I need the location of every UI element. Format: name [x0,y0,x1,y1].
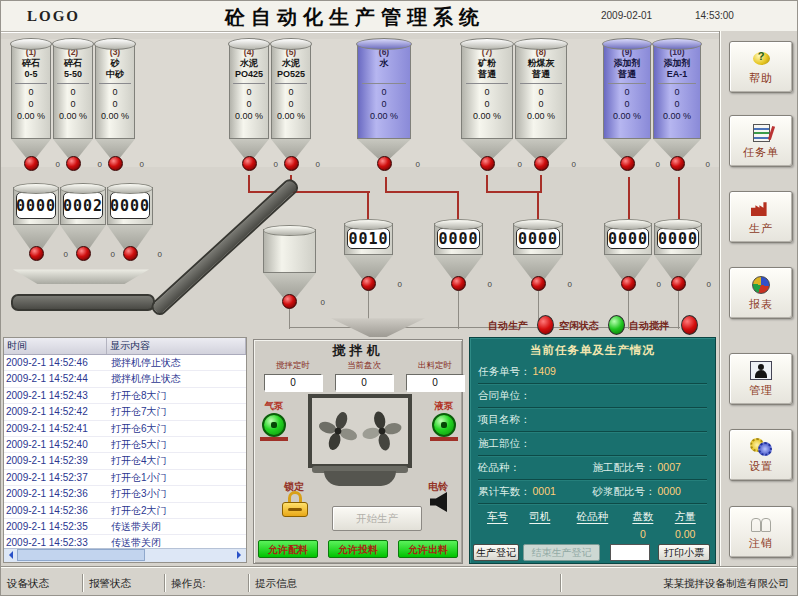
silo-value: 0.00 % [473,110,501,122]
weight-display: 0000 [437,228,480,249]
blank-input-field[interactable] [610,544,650,561]
print-ticket-button[interactable]: 打印小票 [658,544,710,561]
hopper-cap-icon [60,183,106,194]
event-log-panel: 时间 显示内容 2009-2-1 14:52:46搅拌机停止状态2009-2-1… [3,337,247,563]
weighing-pan [13,269,149,284]
field-value: 0001 [533,480,556,503]
bell-label: 电铃 [420,480,456,494]
sidebar-button-help[interactable]: 帮助 [729,41,793,93]
material-pipe [248,191,370,193]
task-table-header: 车号司机砼品种盘数方量 [478,506,707,526]
log-time: 2009-2-1 14:52:35 [4,519,107,534]
silo: (8)粉煤灰普通000.00 %0 [515,43,567,171]
hopper-cap-icon [107,183,153,194]
weight-display: 0000 [516,228,560,249]
log-content: 打开仓5大门 [107,437,246,452]
silo-cap-icon [460,38,514,50]
indicator-lamp-icon [608,315,625,335]
silo-cap-icon [270,38,312,50]
silo-value: 0 [674,98,679,110]
task-table-header-cell: 砼品种 [563,506,623,526]
valve-icon [480,156,495,171]
end-production-register-button[interactable]: 结束生产登记 [523,544,600,561]
log-header-content: 显示内容 [107,338,246,354]
log-header: 时间 显示内容 [4,338,246,355]
log-time: 2009-2-1 14:52:43 [4,388,107,403]
scroll-thumb[interactable] [17,549,145,561]
hopper-cap-icon [654,219,702,230]
field-label: 合同单位： [478,384,531,407]
task-table-cell [478,526,517,542]
silo-value: 0 [538,86,543,98]
sidebar-button-task-order[interactable]: 任务单 [729,115,793,167]
production-icon [751,201,771,216]
permit-button[interactable]: 允许出料 [398,540,458,558]
management-icon [750,361,772,380]
silo-value: 0.00 % [101,110,129,122]
silo-material-name: 粉煤灰 [528,58,555,69]
silo-material-spec: 普通 [618,69,636,80]
valve-icon [123,246,138,261]
task-field-row: 砼品种：施工配比号：0007 [478,456,707,480]
silo-material-spec: 0-5 [24,69,37,80]
valve-icon [670,156,685,171]
mixer-timer: 搅拌定时0 [264,360,322,391]
log-row: 2009-2-1 14:52:44搅拌机停止状态 [4,371,246,387]
valve-value: 0 [321,298,325,307]
silo-cap-icon [228,38,270,50]
sidebar-button-logout[interactable]: 注销 [729,506,793,558]
permit-button[interactable]: 允许配料 [258,540,318,558]
statusbar-item: 提示信息 [249,574,561,592]
silo-value: 0 [112,98,117,110]
mixing-weigh-hopper: 00100 [344,223,393,291]
valve-icon [66,156,81,171]
mixer-title: 搅拌机 [254,342,462,360]
sidebar-button-label: 帮助 [749,71,773,86]
company-name: 某某搅拌设备制造有限公司 [561,574,798,592]
silo-body: (6)水000.00 % [357,43,411,139]
silo-value: 0 [70,86,75,98]
valve-icon [282,294,297,309]
silo-cap-icon [602,38,652,50]
valve-value: 0 [158,250,162,259]
silo-material-name: 添加剂 [664,58,691,69]
weight-display: 0010 [347,228,390,249]
valve-icon [620,156,635,171]
discharge-line [289,307,290,329]
sidebar-button-settings[interactable]: 设置 [729,429,793,481]
log-hscrollbar[interactable] [4,548,246,562]
sidebar-button-production[interactable]: 生产 [729,191,793,243]
aggregate-weigh-hopper: 00000 [107,187,153,261]
task-table-cell [563,526,623,542]
scroll-left-arrow-icon[interactable] [4,549,17,561]
valve-icon [284,156,299,171]
sidebar-button-report[interactable]: 报表 [729,267,793,319]
silo-value: 0.00 % [59,110,87,122]
log-row: 2009-2-1 14:52:43打开仓8大门 [4,388,246,404]
silo-value: 0 [112,86,117,98]
silo-body: (3)砂中砂000.00 % [95,43,135,139]
silo-material-spec: 中砂 [106,69,124,80]
silo-material-name: 水泥 [240,58,258,69]
title-bar: LOGO 砼自动化生产管理系统 2009-02-01 14:53:00 [1,1,798,32]
mixer-drum [308,394,412,468]
air-pump-label: 气泵 [258,400,290,413]
lock-icon [282,491,308,517]
log-content: 打开仓7大门 [107,404,246,419]
mixer-blade-right-icon [361,410,403,452]
scroll-right-arrow-icon[interactable] [233,549,246,561]
start-production-button[interactable]: 开始生产 [332,506,422,531]
silo-value: 0.00 % [613,110,641,122]
log-content: 搅拌机停止状态 [107,371,246,386]
production-register-button[interactable]: 生产登记 [473,544,519,561]
silo-cap-icon [52,38,94,50]
permit-button[interactable]: 允许投料 [328,540,388,558]
aggregate-weigh-hopper: 00000 [13,187,59,261]
task-field-row: 合同单位： [478,384,707,408]
silo-value: 0 [624,86,629,98]
valve-value: 0 [398,280,402,289]
field-right-group: 施工配比号：0007 [593,456,681,479]
help-icon [753,52,770,65]
sidebar-button-management[interactable]: 管理 [729,353,793,405]
valve-icon [29,246,44,261]
